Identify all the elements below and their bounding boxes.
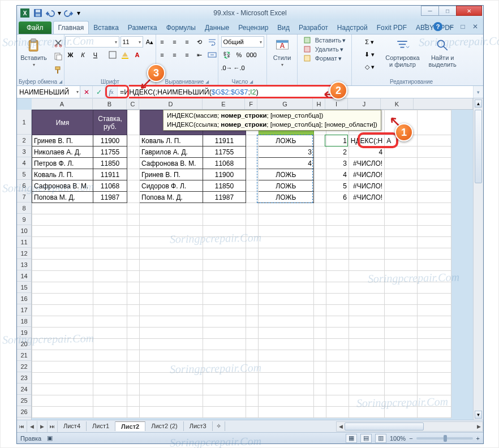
cancel-formula-icon[interactable]: ✕	[80, 86, 93, 98]
tab-formulas[interactable]: Формулы	[162, 21, 200, 34]
align-left-icon[interactable]: ≡	[157, 49, 168, 61]
formula-bar-expand[interactable]: ▾	[473, 86, 483, 98]
callout-2: 2	[329, 81, 347, 100]
decrease-decimal-icon[interactable]: ←.0	[234, 62, 245, 74]
tab-addins[interactable]: Надстрой	[333, 21, 372, 34]
styles-button[interactable]: A Стили▾	[270, 36, 295, 68]
help-icon[interactable]: ?	[433, 22, 442, 31]
tab-home[interactable]: Главная	[53, 21, 89, 34]
find-select-button[interactable]: Найти и выделить	[425, 36, 460, 69]
macro-record-icon[interactable]: ▣	[47, 434, 53, 442]
name-box[interactable]: НАИМЕНЬШИЙ▾	[17, 86, 80, 98]
increase-font-icon[interactable]: A▴	[144, 36, 156, 48]
bold-icon[interactable]: Ж	[65, 49, 76, 61]
undo-dropdown[interactable]: ▾	[57, 8, 62, 18]
sheet-tab[interactable]: Лист1	[87, 421, 115, 431]
underline-icon[interactable]: Ч	[90, 49, 101, 61]
align-right-icon[interactable]: ≡	[182, 49, 193, 61]
svg-rect-20	[304, 37, 310, 43]
align-center-icon[interactable]: ≡	[169, 49, 180, 61]
save-icon[interactable]	[33, 8, 43, 18]
sheet-nav-last[interactable]: ⏭	[48, 421, 58, 432]
view-layout-icon[interactable]: ▤	[360, 434, 372, 443]
autosum-icon[interactable]: Σ ▾	[363, 36, 376, 48]
align-top-icon[interactable]: ≡	[157, 36, 168, 48]
sheet-nav-prev[interactable]: ◀	[27, 421, 37, 432]
clipboard-launcher[interactable]: ◢	[59, 79, 62, 84]
number-launcher[interactable]: ◢	[250, 79, 253, 84]
undo-icon[interactable]	[45, 8, 55, 18]
svg-rect-12	[55, 67, 60, 70]
tab-foxit[interactable]: Foxit PDF	[372, 21, 411, 34]
sheet-tab[interactable]: Лист4	[58, 421, 87, 431]
font-size-combo[interactable]: 11▾	[121, 36, 143, 48]
horizontal-scrollbar[interactable]: ◀▶	[336, 421, 483, 432]
percent-icon[interactable]: %	[234, 49, 245, 61]
ribbon-tabs: Файл Главная Вставка Разметка Формулы Да…	[17, 20, 483, 34]
copy-icon[interactable]	[53, 51, 64, 62]
tab-review[interactable]: Рецензир	[234, 21, 273, 34]
increase-decimal-icon[interactable]: .0→	[221, 62, 233, 74]
align-middle-icon[interactable]: ≡	[169, 36, 180, 48]
cells-format[interactable]: Формат ▾	[303, 54, 346, 62]
tab-view[interactable]: Вид	[273, 21, 294, 34]
paste-button[interactable]: Вставить ▾	[17, 36, 50, 68]
font-name-combo[interactable]: ▾	[65, 36, 119, 48]
tab-layout[interactable]: Разметка	[123, 21, 162, 34]
redo-icon[interactable]	[64, 8, 74, 18]
align-bottom-icon[interactable]: ≡	[182, 36, 193, 48]
ribbon-minimize-icon[interactable]: ⌃	[421, 22, 430, 31]
svg-rect-7	[30, 43, 36, 50]
font-color-icon[interactable]: A	[132, 49, 143, 61]
workbook-close-icon[interactable]: ✕	[471, 22, 480, 31]
sort-filter-button[interactable]: Сортировка и фильтр	[382, 36, 423, 69]
sheet-tab[interactable]: Лист3	[184, 421, 213, 431]
confirm-formula-icon[interactable]: ✓	[93, 86, 105, 98]
column-headers[interactable]: ABCDEFGHIJK	[32, 98, 473, 110]
cells-delete[interactable]: Удалить ▾	[303, 45, 346, 53]
sheet-tab[interactable]: Лист2 (2)	[145, 421, 184, 431]
fill-color-icon[interactable]	[119, 49, 131, 61]
vertical-scrollbar[interactable]: ▲ ▼	[473, 98, 483, 420]
italic-icon[interactable]: К	[78, 49, 89, 61]
tab-developer[interactable]: Разработ	[294, 21, 333, 34]
fill-icon[interactable]: ⬇ ▾	[363, 49, 376, 60]
sheet-nav-first[interactable]: ⏮	[17, 421, 27, 432]
border-icon[interactable]	[107, 49, 118, 61]
window-title: 99.xlsx - Microsoft Excel	[17, 9, 483, 17]
worksheet-grid[interactable]: ИмяСтавка, руб.ИмяСтавка, руб.Количество…	[32, 110, 473, 420]
clear-icon[interactable]: ◇ ▾	[363, 61, 376, 72]
number-format-combo[interactable]: Общий▾	[221, 36, 264, 48]
workbook-minimize-icon[interactable]: ─	[446, 22, 455, 31]
highlight-fx	[105, 85, 129, 98]
zoom-slider[interactable]	[416, 437, 473, 440]
minimize-button[interactable]: ─	[421, 6, 439, 16]
view-normal-icon[interactable]: ▦	[346, 434, 357, 443]
tab-insert[interactable]: Вставка	[89, 21, 123, 34]
sheet-tab[interactable]: Лист2	[115, 421, 145, 431]
cut-icon[interactable]	[53, 37, 64, 49]
zoom-in-icon[interactable]: +	[476, 435, 480, 442]
merge-icon[interactable]	[207, 49, 218, 61]
tab-file[interactable]: Файл	[19, 21, 51, 34]
qat-customize[interactable]: ▾	[76, 8, 81, 18]
alignment-launcher[interactable]: ◢	[205, 79, 209, 84]
workbook-restore-icon[interactable]: □	[458, 22, 467, 31]
accounting-icon[interactable]: 💱	[221, 49, 233, 61]
row-headers[interactable]: 1234567891011121314151617181920212223242…	[17, 110, 32, 420]
indent-dec-icon[interactable]: ⇤	[194, 49, 205, 61]
svg-rect-4	[36, 14, 40, 16]
maximize-button[interactable]: □	[438, 6, 457, 16]
cells-insert[interactable]: Вставить ▾	[303, 36, 346, 44]
new-sheet-icon[interactable]: ✧	[213, 421, 225, 431]
font-label: Шрифт	[101, 79, 119, 85]
sheet-nav-next[interactable]: ▶	[37, 421, 48, 432]
close-button[interactable]: ✕	[456, 6, 482, 16]
tab-data[interactable]: Данные	[200, 21, 234, 34]
zoom-out-icon[interactable]: −	[409, 435, 412, 442]
format-painter-icon[interactable]	[53, 64, 64, 76]
view-pagebreak-icon[interactable]: ▥	[375, 434, 386, 443]
comma-icon[interactable]: 000	[246, 49, 257, 61]
wrap-text-icon[interactable]	[207, 36, 218, 48]
orientation-icon[interactable]: ⟲	[194, 36, 205, 48]
